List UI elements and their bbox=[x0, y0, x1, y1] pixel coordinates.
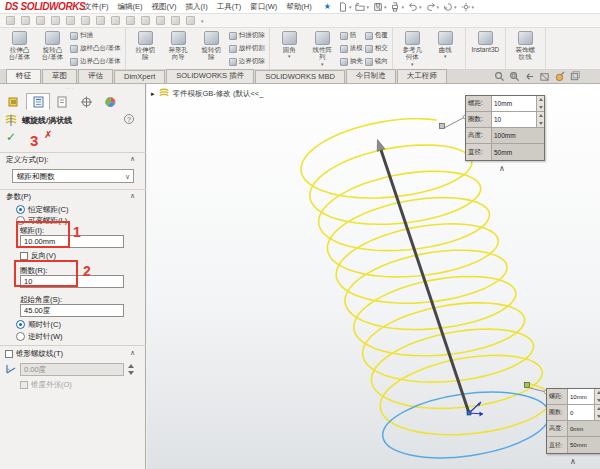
menu-item[interactable]: 帮助(H) bbox=[286, 2, 311, 12]
menu-item[interactable]: 插入(I) bbox=[186, 2, 208, 12]
macro-icon[interactable] bbox=[81, 16, 90, 25]
spinner-down-icon[interactable] bbox=[539, 106, 543, 109]
rebuild-button[interactable]: ▾ bbox=[442, 2, 458, 12]
macro-icon[interactable] bbox=[126, 16, 135, 25]
taper-collapse-icon[interactable]: ∧ bbox=[130, 349, 135, 357]
redo-button[interactable]: ▾ bbox=[425, 2, 441, 12]
spinner-down-icon[interactable] bbox=[597, 399, 600, 402]
ribbon-small-button[interactable]: 相交 bbox=[365, 44, 388, 53]
ribbon-tab-item[interactable]: 评估 bbox=[78, 69, 113, 83]
ribbon-small-button[interactable]: 扫描 bbox=[70, 31, 121, 40]
graphics-area[interactable]: ▸ 零件模板GB-修改 (默认<<_ 螺距:10mm圈数:10高度:100mm直… bbox=[147, 84, 600, 469]
ribbon-big-button[interactable]: 旋转凸 台/基体 bbox=[36, 29, 69, 68]
pin-icon[interactable]: ★ bbox=[324, 2, 331, 11]
ribbon-tab-item[interactable]: SOLIDWORKS MBD bbox=[255, 70, 345, 83]
macro-icon[interactable] bbox=[21, 16, 30, 25]
previous-view-icon[interactable] bbox=[524, 71, 535, 82]
spinner-up-icon[interactable] bbox=[539, 114, 543, 117]
macro-icon[interactable] bbox=[111, 16, 120, 25]
constant-pitch-radio[interactable] bbox=[16, 205, 25, 214]
section-view-icon[interactable] bbox=[539, 71, 550, 82]
spinner-down-icon[interactable] bbox=[539, 122, 543, 125]
macro-icon[interactable] bbox=[171, 16, 180, 25]
zoom-area-icon[interactable] bbox=[509, 71, 520, 82]
spinner-down-icon[interactable] bbox=[597, 415, 600, 418]
macro-icon[interactable] bbox=[66, 16, 75, 25]
ribbon-tab-item[interactable]: 今日制造 bbox=[346, 69, 396, 83]
macro-icon[interactable] bbox=[6, 16, 15, 25]
callout-value[interactable]: 10mm bbox=[492, 96, 536, 111]
zoom-fit-icon[interactable] bbox=[494, 71, 505, 82]
options-button[interactable]: ▾ bbox=[460, 2, 476, 12]
ribbon-small-button[interactable]: 包覆 bbox=[365, 31, 388, 40]
ribbon-small-button[interactable]: 放样凸台/基体 bbox=[70, 44, 121, 53]
callout-spinner[interactable] bbox=[594, 405, 600, 420]
taper-helix-checkbox[interactable] bbox=[5, 350, 13, 358]
taper-angle-input[interactable] bbox=[20, 363, 124, 376]
ribbon-small-button[interactable]: 放样切割 bbox=[229, 44, 265, 53]
defined-by-collapse-icon[interactable]: ∧ bbox=[130, 155, 135, 163]
callout-top-collapse-icon[interactable]: ∧ bbox=[499, 164, 505, 173]
ribbon-big-button[interactable]: 旋转切 除 bbox=[195, 29, 228, 68]
ribbon-small-button[interactable]: 抽壳 bbox=[340, 57, 363, 66]
menu-item[interactable]: 窗口(W) bbox=[250, 2, 277, 12]
ribbon-big-button[interactable]: 线性阵 列▾ bbox=[306, 29, 339, 68]
panel-grip[interactable]: ··· bbox=[66, 85, 75, 91]
undo-button[interactable]: ▾ bbox=[407, 2, 423, 12]
menu-item[interactable]: 编辑(E) bbox=[118, 2, 143, 12]
dropdown-caret-icon[interactable]: ▾ bbox=[201, 18, 204, 24]
macro-icon[interactable] bbox=[96, 16, 105, 25]
callout-value[interactable]: 10 bbox=[492, 112, 536, 127]
macro-icon[interactable] bbox=[51, 16, 60, 25]
macro-icon[interactable] bbox=[36, 16, 45, 25]
ribbon-tab-active[interactable]: 特征 bbox=[6, 69, 41, 83]
macro-icon[interactable] bbox=[186, 16, 195, 25]
menu-item[interactable]: 文件(F) bbox=[84, 2, 109, 12]
ribbon-big-button[interactable]: 圆角▾ bbox=[273, 29, 306, 68]
tab-featuremanager[interactable] bbox=[2, 93, 26, 110]
macro-icon[interactable] bbox=[141, 16, 150, 25]
macro-icon[interactable] bbox=[156, 16, 165, 25]
callout-spinner[interactable] bbox=[536, 112, 544, 127]
helix-top-drag-handle[interactable] bbox=[440, 124, 445, 129]
helix-bottom-drag-handle[interactable] bbox=[525, 383, 530, 388]
reverse-checkbox[interactable] bbox=[20, 252, 28, 260]
callout-spinner[interactable] bbox=[594, 389, 600, 404]
tab-configurationmanager[interactable] bbox=[50, 93, 74, 110]
taper-outward-checkbox[interactable] bbox=[20, 381, 28, 389]
callout-spinner[interactable] bbox=[536, 96, 544, 111]
ribbon-tab-item[interactable]: SOLIDWORKS 插件 bbox=[166, 69, 254, 83]
ribbon-tab-item[interactable]: DimXpert bbox=[114, 70, 165, 83]
ok-button[interactable]: ✓ bbox=[6, 130, 16, 144]
menu-item[interactable]: 视图(V) bbox=[152, 2, 177, 12]
help-icon[interactable]: ? bbox=[124, 114, 134, 124]
appearance-icon[interactable] bbox=[554, 71, 565, 82]
ribbon-small-button[interactable]: 边界凸台/基体 bbox=[70, 57, 121, 66]
parameters-collapse-icon[interactable]: ∧ bbox=[130, 192, 135, 200]
defined-by-dropdown[interactable]: 螺距和圈数∨ bbox=[12, 169, 134, 183]
ribbon-big-button[interactable]: 拉伸切 除 bbox=[129, 29, 162, 68]
ribbon-big-button[interactable]: 参考几 何体▾ bbox=[396, 29, 429, 68]
tab-propertymanager[interactable] bbox=[26, 93, 50, 110]
menu-item[interactable]: 工具(T) bbox=[217, 2, 242, 12]
ribbon-big-button[interactable]: 异形孔 向导 bbox=[162, 29, 195, 68]
save-button[interactable]: ▾ bbox=[372, 2, 388, 12]
flyout-tree-arrow-icon[interactable]: ▸ bbox=[151, 90, 155, 98]
ribbon-small-button[interactable]: 边界切除 bbox=[229, 57, 265, 66]
view-settings-icon[interactable] bbox=[569, 71, 580, 82]
print-button[interactable]: ▾ bbox=[389, 2, 405, 12]
spinner-up-icon[interactable] bbox=[597, 391, 600, 394]
ribbon-tab-item[interactable]: 草图 bbox=[42, 69, 77, 83]
ribbon-small-button[interactable]: 拔模 bbox=[340, 44, 363, 53]
open-button[interactable]: ▾ bbox=[354, 2, 370, 12]
start-angle-input[interactable] bbox=[20, 304, 124, 317]
ribbon-small-button[interactable]: 筋 bbox=[340, 31, 363, 40]
tab-dimxpertmanager[interactable] bbox=[74, 93, 98, 110]
ribbon-small-button[interactable]: 扫描切除 bbox=[229, 31, 265, 40]
callout-bottom-collapse-icon[interactable]: ∧ bbox=[570, 457, 576, 466]
ribbon-big-button[interactable]: 曲线▾ bbox=[429, 29, 462, 68]
callout-value[interactable]: 0 bbox=[568, 405, 594, 420]
callout-value[interactable]: 10mm bbox=[568, 389, 594, 404]
ribbon-big-button[interactable]: 装饰螺 纹线 bbox=[509, 29, 542, 68]
taper-angle-spinner[interactable] bbox=[126, 363, 135, 376]
